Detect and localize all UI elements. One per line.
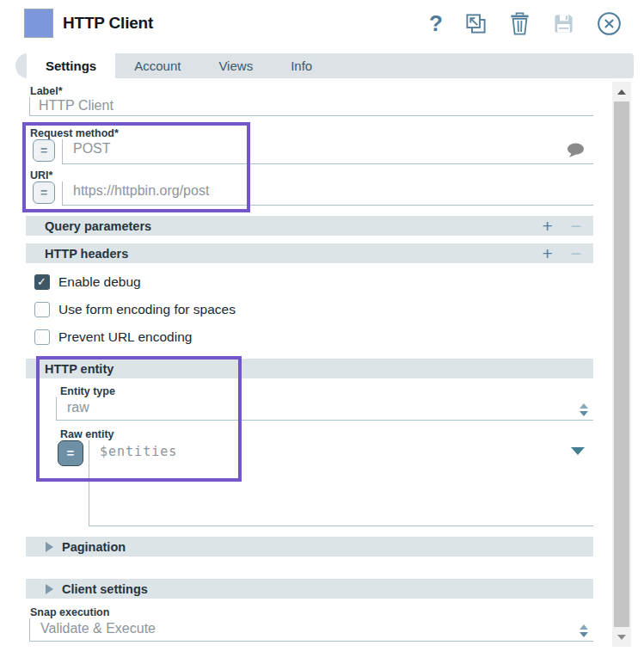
http-entity-title: HTTP entity: [45, 362, 113, 376]
uri-input[interactable]: https://httpbin.org/post: [62, 181, 593, 206]
tab-views[interactable]: Views: [199, 53, 272, 78]
uri-value: https://httpbin.org/post: [73, 183, 209, 199]
enable-debug-checkbox[interactable]: [34, 274, 50, 290]
query-parameters-title: Query parameters: [45, 219, 151, 233]
spinner-up-icon[interactable]: [580, 624, 588, 630]
entity-type-select[interactable]: raw: [56, 397, 593, 421]
uri-label: URI*: [30, 169, 593, 181]
spinner-icon[interactable]: [580, 624, 588, 637]
scroll-up-icon: [617, 89, 626, 95]
raw-entity-row: = $entities: [58, 440, 593, 526]
scrollbar-thumb[interactable]: [614, 101, 629, 627]
tab-account[interactable]: Account: [115, 53, 199, 78]
remove-row-icon[interactable]: −: [571, 218, 581, 235]
snap-execution-value: Validate & Execute: [40, 621, 156, 636]
open-in-new-icon[interactable]: [464, 12, 488, 35]
client-settings-title: Client settings: [62, 582, 148, 596]
add-row-icon[interactable]: +: [542, 245, 552, 262]
spinner-down-icon[interactable]: [580, 632, 588, 637]
snap-execution-label: Snap execution: [30, 606, 593, 618]
entity-type-label: Entity type: [60, 385, 593, 397]
section-http-entity: HTTP entity: [26, 359, 593, 378]
tab-info[interactable]: Info: [272, 53, 331, 78]
close-icon[interactable]: [597, 11, 622, 36]
prevent-url-encoding-checkbox[interactable]: [34, 329, 50, 345]
raw-entity-value: $entities: [100, 444, 177, 459]
http-headers-title: HTTP headers: [45, 247, 128, 261]
help-icon[interactable]: ?: [429, 12, 443, 34]
dialog-title: HTTP Client: [63, 14, 153, 33]
expression-toggle-uri[interactable]: =: [33, 181, 55, 204]
save-icon[interactable]: [552, 12, 575, 35]
expression-toggle-raw-entity[interactable]: =: [58, 440, 83, 466]
prevent-url-encoding-label: Prevent URL encoding: [58, 329, 192, 345]
section-pagination[interactable]: Pagination: [26, 537, 593, 556]
label-input[interactable]: HTTP Client: [29, 97, 593, 116]
add-row-icon[interactable]: +: [542, 218, 552, 235]
settings-panel: Label* HTTP Client Request method* = POS…: [26, 85, 593, 642]
raw-entity-input[interactable]: $entities: [89, 440, 593, 526]
http-client-snap-dialog: HTTP Client ?: [0, 0, 644, 670]
remove-row-icon[interactable]: −: [571, 245, 581, 262]
checkbox-row-form-encoding: Use form encoding for spaces: [34, 302, 593, 317]
snap-icon: [24, 9, 53, 38]
titlebar: HTTP Client ?: [0, 0, 644, 39]
checkbox-row-enable-debug: Enable debug: [34, 274, 593, 290]
spinner-down-icon[interactable]: [580, 411, 588, 416]
request-method-input[interactable]: POST: [62, 139, 593, 164]
section-query-parameters: Query parameters + −: [26, 216, 593, 236]
spinner-icon[interactable]: [580, 403, 588, 416]
tab-settings[interactable]: Settings: [27, 53, 115, 78]
scrollbar[interactable]: [612, 82, 631, 647]
form-encoding-checkbox[interactable]: [34, 302, 50, 317]
scroll-up-button[interactable]: [612, 82, 631, 101]
section-client-settings[interactable]: Client settings: [26, 579, 593, 599]
snap-execution-select[interactable]: Validate & Execute: [29, 618, 593, 642]
spinner-up-icon[interactable]: [580, 403, 588, 409]
label-input-value: HTTP Client: [39, 98, 113, 113]
titlebar-actions: ?: [429, 11, 622, 36]
expression-toggle-request-method[interactable]: =: [33, 139, 55, 162]
uri-row: = https://httpbin.org/post: [26, 181, 593, 206]
request-method-value: POST: [73, 141, 111, 157]
request-method-label: Request method*: [30, 127, 593, 139]
section-http-headers: HTTP headers + −: [26, 243, 593, 263]
scroll-down-button[interactable]: [612, 627, 631, 647]
request-method-row: = POST: [26, 139, 593, 164]
pagination-title: Pagination: [62, 540, 126, 554]
label-field-label: Label*: [30, 85, 593, 97]
tab-bar: Settings Account Views Info: [15, 53, 634, 78]
scroll-down-icon: [617, 635, 626, 640]
enable-debug-label: Enable debug: [58, 274, 141, 290]
dropdown-arrow-icon[interactable]: [571, 447, 585, 455]
raw-entity-label: Raw entity: [60, 428, 593, 440]
checkbox-row-prevent-url-encoding: Prevent URL encoding: [34, 329, 593, 345]
comment-bubble-icon[interactable]: [567, 143, 585, 158]
entity-type-value: raw: [67, 400, 89, 415]
trash-icon[interactable]: [509, 12, 531, 35]
expand-arrow-icon[interactable]: [46, 584, 53, 594]
form-encoding-label: Use form encoding for spaces: [58, 302, 236, 317]
expand-arrow-icon[interactable]: [46, 542, 53, 552]
